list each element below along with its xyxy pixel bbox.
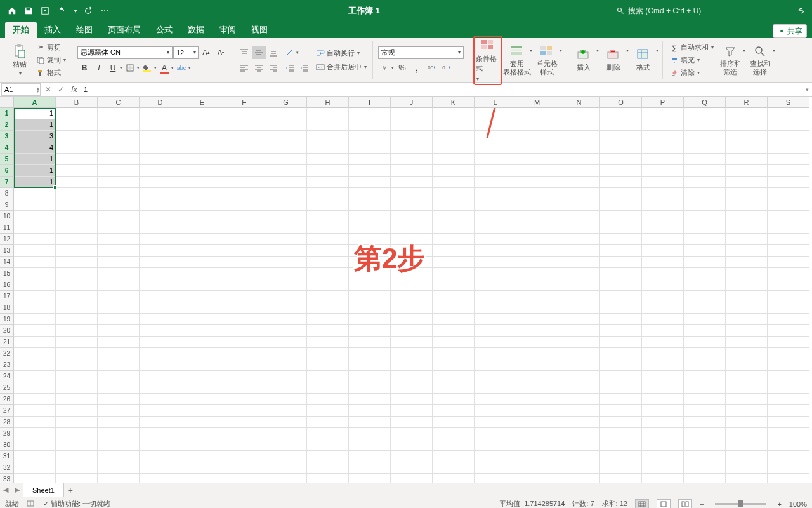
cell[interactable]: [684, 131, 726, 142]
cell[interactable]: [98, 257, 140, 268]
cell[interactable]: [14, 245, 56, 257]
cell[interactable]: [349, 188, 391, 199]
cell[interactable]: [223, 108, 265, 119]
cell[interactable]: 1: [14, 108, 56, 119]
cell[interactable]: [391, 188, 433, 199]
cell[interactable]: [181, 131, 223, 142]
cell[interactable]: [391, 462, 433, 474]
row-header[interactable]: 5: [0, 154, 14, 165]
cell[interactable]: [391, 142, 433, 154]
cell[interactable]: [516, 474, 558, 483]
cell[interactable]: [56, 405, 98, 417]
cell[interactable]: [265, 462, 307, 474]
cell[interactable]: [642, 348, 684, 359]
cell[interactable]: [265, 222, 307, 234]
cell[interactable]: [391, 291, 433, 302]
cell[interactable]: 1: [14, 165, 56, 177]
cell[interactable]: [56, 142, 98, 154]
cell[interactable]: [516, 268, 558, 279]
font-name-combo[interactable]: 思源黑体 CN: [77, 46, 173, 59]
cell[interactable]: [600, 279, 642, 291]
select-all-corner[interactable]: [0, 97, 14, 108]
cell[interactable]: [349, 462, 391, 474]
cell[interactable]: [349, 257, 391, 268]
cell[interactable]: [349, 348, 391, 359]
cell[interactable]: [475, 291, 516, 302]
cell[interactable]: [56, 131, 98, 142]
cell[interactable]: [14, 211, 56, 222]
col-header[interactable]: I: [349, 97, 391, 108]
cell[interactable]: [558, 439, 600, 451]
cell[interactable]: [349, 165, 391, 177]
cell[interactable]: [56, 188, 98, 199]
cell[interactable]: [181, 245, 223, 257]
italic-button[interactable]: I: [92, 62, 106, 74]
cell[interactable]: [516, 348, 558, 359]
col-header[interactable]: K: [433, 97, 475, 108]
cell[interactable]: [433, 371, 475, 382]
cell[interactable]: [140, 177, 181, 188]
cell[interactable]: [391, 302, 433, 314]
cell[interactable]: [307, 199, 349, 211]
cell[interactable]: [181, 325, 223, 337]
cell[interactable]: [98, 108, 140, 119]
row-header[interactable]: 11: [0, 222, 14, 234]
cell[interactable]: [433, 314, 475, 325]
cell[interactable]: [223, 439, 265, 451]
cell[interactable]: [558, 165, 600, 177]
cell[interactable]: [265, 268, 307, 279]
cell[interactable]: [140, 428, 181, 439]
cell[interactable]: [140, 474, 181, 483]
cell[interactable]: [726, 211, 768, 222]
cell[interactable]: [475, 234, 516, 245]
ribbon-tab-6[interactable]: 审阅: [212, 22, 244, 38]
cell[interactable]: [558, 474, 600, 483]
cell[interactable]: [14, 222, 56, 234]
cell[interactable]: [181, 417, 223, 428]
cell[interactable]: [265, 119, 307, 131]
align-right-icon[interactable]: [266, 62, 280, 74]
cell[interactable]: [600, 348, 642, 359]
cell[interactable]: [140, 417, 181, 428]
cell[interactable]: [391, 165, 433, 177]
cell[interactable]: [223, 279, 265, 291]
cell[interactable]: [391, 154, 433, 165]
cell[interactable]: [391, 131, 433, 142]
cell[interactable]: [349, 451, 391, 462]
cell[interactable]: [433, 325, 475, 337]
cell[interactable]: [768, 348, 809, 359]
cell[interactable]: [475, 439, 516, 451]
cell[interactable]: [265, 199, 307, 211]
cell[interactable]: [642, 177, 684, 188]
row-header[interactable]: 29: [0, 428, 14, 439]
cell[interactable]: [558, 188, 600, 199]
cell[interactable]: [56, 279, 98, 291]
row-header[interactable]: 27: [0, 405, 14, 417]
cell[interactable]: [349, 211, 391, 222]
cell[interactable]: [600, 439, 642, 451]
cell[interactable]: [475, 165, 516, 177]
formula-input[interactable]: 1: [81, 86, 802, 93]
cell[interactable]: [265, 279, 307, 291]
selection-mode-icon[interactable]: [27, 499, 36, 509]
cell[interactable]: [433, 165, 475, 177]
cell[interactable]: [349, 279, 391, 291]
cell[interactable]: [56, 302, 98, 314]
cell[interactable]: [684, 325, 726, 337]
cell[interactable]: [684, 348, 726, 359]
row-header[interactable]: 19: [0, 314, 14, 325]
cell[interactable]: [140, 108, 181, 119]
cell[interactable]: [391, 279, 433, 291]
cell[interactable]: [349, 108, 391, 119]
cell[interactable]: [98, 291, 140, 302]
ribbon-tab-7[interactable]: 视图: [244, 22, 275, 38]
conditional-formatting-button[interactable]: 条件格式: [476, 38, 500, 74]
cell[interactable]: [181, 474, 223, 483]
cell[interactable]: [768, 154, 809, 165]
cell[interactable]: [558, 405, 600, 417]
cell[interactable]: [14, 428, 56, 439]
row-header[interactable]: 15: [0, 268, 14, 279]
cell[interactable]: [516, 165, 558, 177]
cell[interactable]: [684, 268, 726, 279]
formula-expand-icon[interactable]: ▾: [802, 86, 812, 93]
